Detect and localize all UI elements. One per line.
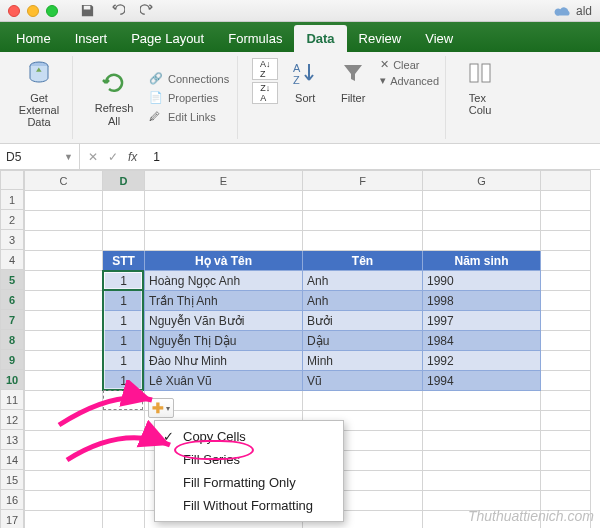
- row-header[interactable]: 3: [0, 230, 24, 250]
- grid-wrap: C D E F G STT Họ và Tên Tên Năm sinh 1Ho…: [24, 170, 591, 528]
- tab-review[interactable]: Review: [347, 25, 414, 52]
- row-header[interactable]: 4: [0, 250, 24, 270]
- row-header[interactable]: 12: [0, 410, 24, 430]
- formula-value[interactable]: 1: [153, 150, 160, 164]
- table-header-namsinh[interactable]: Năm sinh: [423, 251, 541, 271]
- tab-view[interactable]: View: [413, 25, 465, 52]
- col-header[interactable]: [541, 171, 591, 191]
- col-header[interactable]: F: [303, 171, 423, 191]
- autofill-smart-tag[interactable]: ✚▾: [148, 398, 174, 418]
- row-header[interactable]: 8: [0, 330, 24, 350]
- refresh-all-button[interactable]: Refresh All: [87, 68, 141, 126]
- menu-fill-series[interactable]: Fill Series: [155, 448, 343, 471]
- table-header-ten[interactable]: Tên: [303, 251, 423, 271]
- formula-controls: ✕ ✓ fx 1: [80, 150, 168, 164]
- table-row: 1Hoàng Ngọc AnhAnh1990: [25, 271, 591, 291]
- table-row: STT Họ và Tên Tên Năm sinh: [25, 251, 591, 271]
- table-row: 1Nguyễn Thị DậuDậu1984: [25, 331, 591, 351]
- svg-rect-3: [470, 64, 478, 82]
- confirm-icon[interactable]: ✓: [108, 150, 118, 164]
- fx-label[interactable]: fx: [128, 150, 137, 164]
- row-header[interactable]: 6: [0, 290, 24, 310]
- row-header[interactable]: 17: [0, 510, 24, 528]
- save-icon[interactable]: [79, 3, 95, 19]
- ribbon-tabs: Home Insert Page Layout Formulas Data Re…: [0, 22, 600, 52]
- sort-desc-icon: Z↓A: [260, 83, 270, 103]
- menu-fill-formatting-only[interactable]: Fill Formatting Only: [155, 471, 343, 494]
- ribbon: Get External Data Refresh All 🔗Connectio…: [0, 52, 600, 144]
- row-header[interactable]: 14: [0, 450, 24, 470]
- window-close-dot[interactable]: [8, 5, 20, 17]
- edit-links-icon: 🖉: [149, 110, 163, 124]
- table-row: [25, 191, 591, 211]
- cancel-icon[interactable]: ✕: [88, 150, 98, 164]
- col-header[interactable]: D: [103, 171, 145, 191]
- group-sort-filter: A↓Z Z↓A AZ Sort Filter ✕Clear ▾Advanced: [246, 56, 446, 139]
- sort-desc-button[interactable]: Z↓A: [252, 82, 278, 104]
- svg-text:Z: Z: [293, 74, 300, 86]
- tab-formulas[interactable]: Formulas: [216, 25, 294, 52]
- tab-home[interactable]: Home: [4, 25, 63, 52]
- filter-icon: [338, 58, 368, 88]
- undo-icon[interactable]: [109, 3, 125, 19]
- table-row: [25, 391, 591, 411]
- sort-button[interactable]: AZ Sort: [284, 58, 326, 104]
- tab-page-layout[interactable]: Page Layout: [119, 25, 216, 52]
- chevron-down-icon[interactable]: ▼: [64, 152, 73, 162]
- col-header[interactable]: G: [423, 171, 541, 191]
- sort-asc-icon: A↓Z: [260, 59, 271, 79]
- clear-icon: ✕: [380, 58, 389, 71]
- connections-button[interactable]: 🔗Connections: [147, 71, 231, 87]
- properties-icon: 📄: [149, 91, 163, 105]
- row-headers: 1 2 3 4 5 6 7 8 9 10 11 12 13 14 15 16 1…: [0, 170, 24, 528]
- row-header[interactable]: 11: [0, 390, 24, 410]
- filter-button[interactable]: Filter: [332, 58, 374, 104]
- redo-icon[interactable]: [139, 3, 155, 19]
- get-external-label: Get External Data: [12, 92, 66, 128]
- menu-fill-without-formatting[interactable]: Fill Without Formatting: [155, 494, 343, 517]
- group-text-to-cols: Tex Colu: [454, 56, 506, 139]
- menu-copy-cells[interactable]: ✓Copy Cells: [155, 425, 343, 448]
- advanced-button[interactable]: ▾Advanced: [380, 74, 439, 87]
- name-box[interactable]: D5 ▼: [0, 144, 80, 169]
- table-header-hoten[interactable]: Họ và Tên: [145, 251, 303, 271]
- table-row: 1Đào Như MinhMinh1992: [25, 351, 591, 371]
- row-header[interactable]: 13: [0, 430, 24, 450]
- sheet: 1 2 3 4 5 6 7 8 9 10 11 12 13 14 15 16 1…: [0, 170, 600, 528]
- table-row: 1Lê Xuân VũVũ1994: [25, 371, 591, 391]
- titlebar-right: ald: [554, 4, 592, 18]
- group-get-external: Get External Data: [6, 56, 73, 139]
- col-header[interactable]: E: [145, 171, 303, 191]
- clear-button[interactable]: ✕Clear: [380, 58, 439, 71]
- mac-titlebar: ald: [0, 0, 600, 22]
- edit-links-button[interactable]: 🖉Edit Links: [147, 109, 231, 125]
- clear-advanced: ✕Clear ▾Advanced: [380, 58, 439, 87]
- tab-insert[interactable]: Insert: [63, 25, 120, 52]
- sort-asc-button[interactable]: A↓Z: [252, 58, 278, 80]
- row-header[interactable]: 9: [0, 350, 24, 370]
- refresh-all-label: Refresh All: [95, 102, 134, 126]
- table-header-stt[interactable]: STT: [103, 251, 145, 271]
- row-header[interactable]: 2: [0, 210, 24, 230]
- row-header[interactable]: 1: [0, 190, 24, 210]
- row-header[interactable]: 5: [0, 270, 24, 290]
- row-header[interactable]: 7: [0, 310, 24, 330]
- select-all-corner[interactable]: [0, 170, 24, 190]
- row-header[interactable]: 15: [0, 470, 24, 490]
- cloud-icon: [554, 4, 572, 18]
- doc-hint: ald: [576, 4, 592, 18]
- database-icon: [24, 58, 54, 88]
- properties-button[interactable]: 📄Properties: [147, 90, 231, 106]
- tab-data[interactable]: Data: [294, 25, 346, 52]
- quick-access-toolbar: [79, 3, 155, 19]
- row-header[interactable]: 16: [0, 490, 24, 510]
- col-header[interactable]: C: [25, 171, 103, 191]
- name-box-value: D5: [6, 150, 21, 164]
- text-to-columns-button[interactable]: Tex Colu: [460, 58, 500, 116]
- row-header[interactable]: 10: [0, 370, 24, 390]
- window-zoom-dot[interactable]: [46, 5, 58, 17]
- autofill-menu: ✓Copy Cells Fill Series Fill Formatting …: [154, 420, 344, 522]
- get-external-data-button[interactable]: Get External Data: [12, 58, 66, 128]
- window-minimize-dot[interactable]: [27, 5, 39, 17]
- table-row: [25, 211, 591, 231]
